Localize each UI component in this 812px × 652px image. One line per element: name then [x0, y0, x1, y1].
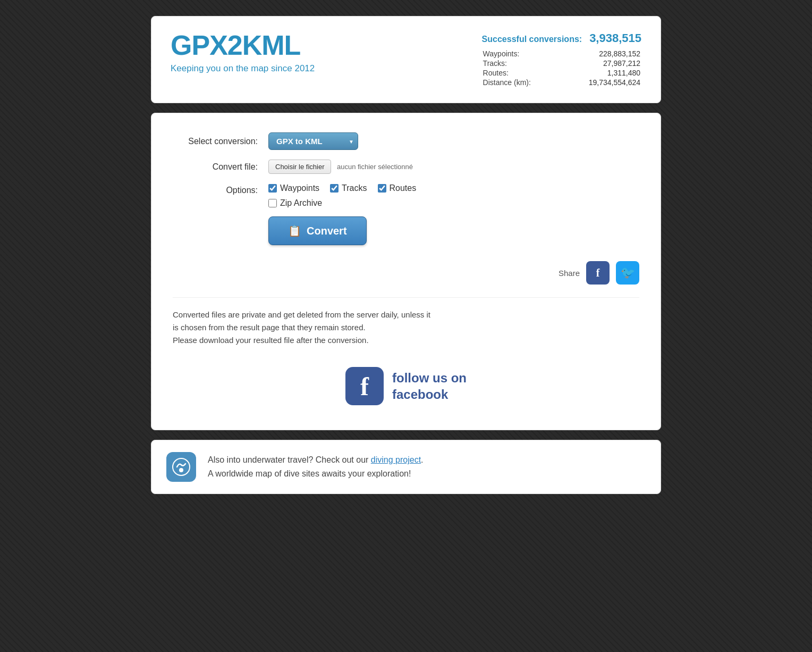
stats-row: Waypoints:228,883,152	[483, 49, 640, 58]
share-row: Share f 🐦	[173, 256, 639, 285]
stats-header-label: Successful conversions:	[482, 35, 582, 44]
select-conversion-label: Select conversion:	[173, 137, 258, 146]
facebook-icon: f	[596, 267, 600, 279]
twitter-icon: 🐦	[621, 266, 635, 280]
stats-header: Successful conversions: 3,938,515	[482, 31, 641, 45]
stats-table: Waypoints:228,883,152Tracks:27,987,212Ro…	[482, 48, 641, 88]
stats-row-label: Waypoints:	[483, 49, 572, 58]
convert-button-label: Convert	[307, 225, 347, 237]
brand-subtitle: Keeping you on the map since 2012	[171, 63, 315, 74]
tracks-checkbox[interactable]	[330, 184, 339, 193]
footer-text-before: Also into underwater travel? Check out o…	[208, 455, 371, 464]
zip-label: Zip Archive	[280, 198, 322, 208]
checkbox-row-1: Waypoints Tracks Routes	[268, 183, 416, 193]
routes-label: Routes	[390, 183, 417, 193]
stats-row: Routes:1,311,480	[483, 69, 640, 77]
waypoints-label: Waypoints	[280, 183, 319, 193]
share-label: Share	[559, 269, 580, 278]
options-group: Waypoints Tracks Routes Zip Archive	[268, 183, 416, 245]
tracks-option[interactable]: Tracks	[330, 183, 367, 193]
stats-row-value: 228,883,152	[573, 49, 640, 58]
convert-file-row: Convert file: Choisir le fichier aucun f…	[173, 160, 639, 174]
convert-file-label: Convert file:	[173, 162, 258, 172]
form-section: Select conversion: GPX to KMLKML to GPXG…	[173, 132, 639, 245]
stats-row-value: 1,311,480	[573, 69, 640, 77]
options-label: Options:	[173, 183, 258, 195]
facebook-share-button[interactable]: f	[586, 261, 610, 285]
stats-row-label: Routes:	[483, 69, 572, 77]
checkbox-row-2: Zip Archive	[268, 198, 416, 208]
facebook-follow-banner[interactable]: f follow us onfacebook	[173, 362, 639, 411]
stats-header-value: 3,938,515	[589, 31, 641, 45]
routes-checkbox[interactable]	[378, 184, 386, 193]
convert-button[interactable]: 📋 Convert	[268, 216, 367, 245]
zip-checkbox[interactable]	[268, 199, 277, 207]
stats-row-value: 19,734,554,624	[573, 78, 640, 87]
twitter-share-button[interactable]: 🐦	[616, 261, 639, 285]
privacy-text: Converted files are private and get dele…	[173, 297, 639, 347]
conversion-select-wrapper[interactable]: GPX to KMLKML to GPXGPX to CSVGPX to Geo…	[268, 132, 358, 150]
routes-option[interactable]: Routes	[378, 183, 417, 193]
brand-section: GPX2KML Keeping you on the map since 201…	[171, 31, 315, 74]
waypoints-option[interactable]: Waypoints	[268, 183, 319, 193]
convert-button-row: 📋 Convert	[268, 213, 416, 245]
tracks-label: Tracks	[342, 183, 367, 193]
file-input-area: Choisir le fichier aucun fichier sélecti…	[268, 160, 413, 174]
facebook-follow-text: follow us onfacebook	[392, 370, 467, 403]
stats-row-value: 27,987,212	[573, 59, 640, 68]
stats-row-label: Distance (km):	[483, 78, 572, 87]
zip-option[interactable]: Zip Archive	[268, 198, 322, 208]
footer-text: Also into underwater travel? Check out o…	[208, 453, 424, 480]
dive-logo-icon	[166, 452, 196, 482]
brand-title: GPX2KML	[171, 31, 315, 59]
conversion-select[interactable]: GPX to KMLKML to GPXGPX to CSVGPX to Geo…	[268, 132, 358, 150]
fb-icon-letter: f	[360, 372, 369, 401]
diving-project-link[interactable]: diving project	[371, 455, 421, 464]
stats-row: Distance (km):19,734,554,624	[483, 78, 640, 87]
svg-point-1	[179, 468, 183, 472]
convert-icon: 📋	[288, 224, 301, 237]
options-row: Options: Waypoints Tracks Routes	[173, 183, 639, 245]
stats-row: Tracks:27,987,212	[483, 59, 640, 68]
select-conversion-row: Select conversion: GPX to KMLKML to GPXG…	[173, 132, 639, 150]
stats-section: Successful conversions: 3,938,515 Waypoi…	[482, 31, 641, 88]
stats-row-label: Tracks:	[483, 59, 572, 68]
waypoints-checkbox[interactable]	[268, 184, 277, 193]
main-card: Select conversion: GPX to KMLKML to GPXG…	[151, 113, 661, 430]
footer-card: Also into underwater travel? Check out o…	[151, 440, 661, 494]
choose-file-button[interactable]: Choisir le fichier	[268, 160, 331, 174]
svg-point-0	[173, 458, 190, 475]
facebook-follow-icon: f	[345, 367, 384, 405]
header-card: GPX2KML Keeping you on the map since 201…	[151, 16, 661, 103]
file-name-display: aucun fichier sélectionné	[337, 163, 413, 171]
